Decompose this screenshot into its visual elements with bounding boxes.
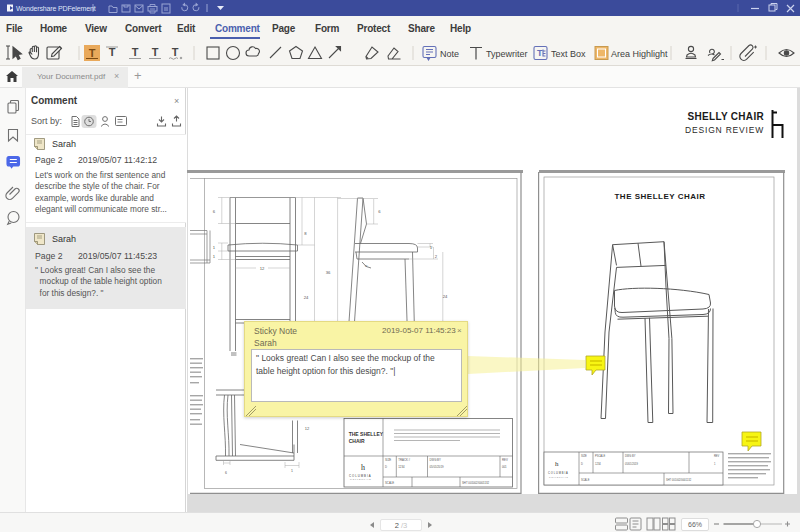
svg-text:h: h (361, 463, 365, 472)
svg-text:1: 1 (291, 469, 293, 473)
svg-text:12: 12 (305, 426, 310, 431)
svg-text:SCALE: SCALE (581, 478, 590, 482)
svg-text:SCALE: SCALE (385, 481, 394, 485)
svg-text:SHT 001002/0001132: SHT 001002/0001132 (666, 478, 692, 482)
svg-text:T: T (172, 46, 179, 58)
svg-text:05/01/2019: 05/01/2019 (625, 462, 639, 466)
svg-text:05/01/2019: 05/01/2019 (430, 465, 444, 469)
svg-text:SHT 001002/0001132: SHT 001002/0001132 (462, 481, 490, 485)
svg-text:COLLECTIVE: COLLECTIVE (549, 476, 568, 478)
svg-text:THE SHELLEY: THE SHELLEY (349, 431, 384, 437)
svg-text:1234: 1234 (398, 465, 405, 469)
svg-text:8: 8 (304, 231, 307, 236)
svg-text:36: 36 (326, 270, 331, 275)
svg-text:1234: 1234 (595, 462, 601, 466)
svg-text:1: 1 (213, 245, 216, 250)
svg-text:COLUMBIA: COLUMBIA (349, 474, 372, 478)
svg-text:THE SHELLEY CHAIR: THE SHELLEY CHAIR (614, 192, 705, 201)
svg-text:001: 001 (502, 465, 507, 469)
svg-text:T: T (89, 47, 96, 59)
svg-text:T: T (132, 46, 139, 58)
svg-text:D: D (385, 465, 387, 469)
svg-text:D: D (581, 462, 583, 466)
svg-text:1: 1 (213, 254, 216, 259)
svg-text:h: h (555, 460, 559, 468)
svg-text:T: T (537, 48, 543, 58)
svg-text:REV: REV (714, 454, 720, 458)
svg-text:T: T (109, 46, 116, 58)
svg-text:COLUMBIA: COLUMBIA (548, 471, 569, 475)
svg-text:SIZE: SIZE (581, 454, 587, 458)
svg-text:COLLECTIVE: COLLECTIVE (350, 478, 372, 480)
svg-text:24: 24 (304, 295, 309, 300)
svg-text:12: 12 (260, 266, 265, 271)
svg-text:REV: REV (502, 458, 508, 462)
svg-text:24: 24 (443, 294, 448, 299)
svg-text:2: 2 (435, 254, 438, 259)
svg-text:DWG BY: DWG BY (430, 458, 441, 462)
svg-text:T: T (152, 46, 159, 58)
svg-text:6: 6 (225, 471, 227, 475)
svg-text:CHAIR: CHAIR (349, 438, 365, 444)
svg-text:SIZE: SIZE (385, 458, 391, 462)
svg-text:6: 6 (378, 209, 381, 214)
svg-text:PSCALE: PSCALE (595, 454, 606, 458)
svg-text:TRACK #: TRACK # (398, 458, 410, 462)
svg-text:DWG BY: DWG BY (625, 454, 636, 458)
svg-text:6: 6 (213, 209, 216, 214)
